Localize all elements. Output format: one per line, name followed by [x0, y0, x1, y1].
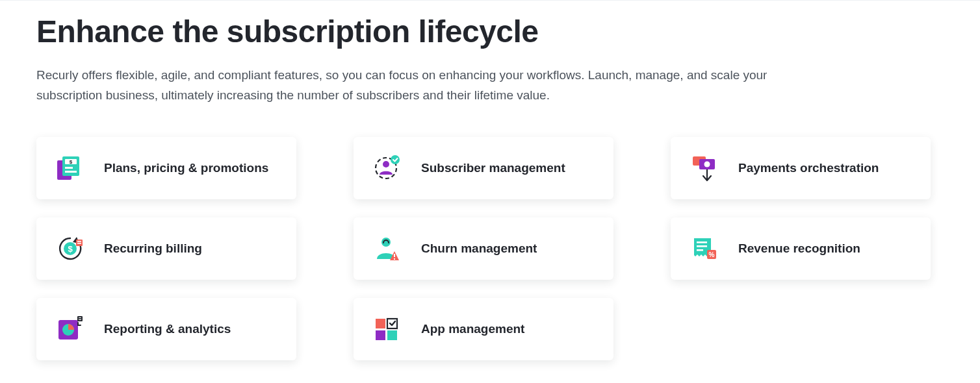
svg-point-11	[704, 161, 710, 167]
card-subscriber-management[interactable]: Subscriber management	[354, 137, 613, 199]
card-label: Reporting & analytics	[104, 322, 231, 336]
svg-text:$: $	[70, 159, 73, 165]
feature-cards-grid: $ Plans, pricing & promotions Subscriber…	[36, 137, 944, 360]
app-management-icon	[369, 311, 406, 347]
svg-rect-23	[697, 249, 703, 251]
svg-point-7	[383, 161, 389, 167]
card-label: Payments orchestration	[738, 161, 879, 175]
section-title: Enhance the subscription lifecycle	[36, 14, 944, 49]
svg-rect-16	[77, 243, 81, 244]
svg-rect-21	[697, 241, 707, 243]
card-label: App management	[421, 322, 524, 336]
card-label: Revenue recognition	[738, 241, 860, 256]
card-app-management[interactable]: App management	[354, 298, 613, 360]
svg-rect-17	[77, 241, 81, 242]
revenue-recognition-icon: %	[686, 230, 723, 267]
svg-rect-22	[697, 245, 707, 247]
card-label: Churn management	[421, 241, 537, 256]
svg-text:$: $	[68, 244, 73, 254]
svg-rect-31	[387, 330, 397, 340]
svg-rect-5	[65, 171, 77, 173]
recurring-billing-icon: $	[52, 230, 88, 267]
svg-rect-29	[387, 319, 397, 328]
card-recurring-billing[interactable]: $ Recurring billing	[36, 217, 296, 280]
svg-point-8	[391, 155, 400, 164]
section-description: Recurly offers flexible, agile, and comp…	[36, 65, 803, 106]
reporting-analytics-icon	[52, 311, 88, 347]
card-label: Plans, pricing & promotions	[104, 161, 268, 175]
svg-rect-30	[376, 330, 385, 340]
card-revenue-recognition[interactable]: % Revenue recognition	[671, 217, 931, 280]
card-reporting-analytics[interactable]: Reporting & analytics	[36, 298, 296, 360]
payments-orchestration-icon	[686, 150, 723, 186]
svg-rect-28	[376, 319, 385, 328]
churn-management-icon	[369, 230, 406, 267]
svg-rect-20	[394, 258, 395, 260]
svg-rect-19	[394, 254, 395, 257]
card-label: Subscriber management	[421, 161, 565, 175]
card-plans-pricing-promotions[interactable]: $ Plans, pricing & promotions	[36, 137, 296, 199]
svg-text:%: %	[709, 251, 715, 258]
card-payments-orchestration[interactable]: Payments orchestration	[671, 137, 931, 199]
card-churn-management[interactable]: Churn management	[354, 217, 613, 280]
card-label: Recurring billing	[104, 241, 202, 256]
svg-rect-4	[65, 167, 73, 169]
plans-pricing-icon: $	[52, 150, 88, 186]
subscriber-management-icon	[369, 150, 406, 186]
